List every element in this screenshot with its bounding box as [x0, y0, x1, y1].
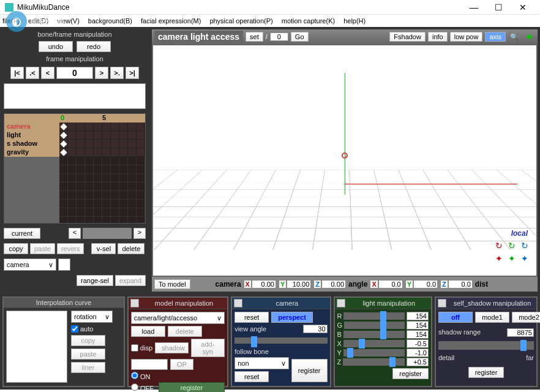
delete-button[interactable]: delete [118, 243, 144, 254]
set-number-input[interactable]: 0 [270, 32, 288, 41]
next-frame-button[interactable]: > [95, 67, 108, 79]
interp-mode-select[interactable]: rotation ∨ [71, 311, 113, 323]
light-R-slider[interactable] [343, 312, 405, 320]
track-label[interactable]: light [4, 131, 59, 140]
first-frame-button[interactable]: |< [10, 67, 24, 79]
light-Z-slider[interactable] [343, 358, 405, 366]
scene-view[interactable]: local ↻ ↻ ↻ ✦ ✦ ✦ [152, 44, 538, 277]
light-B-slider[interactable] [343, 331, 405, 338]
light-register-button[interactable]: register [392, 368, 429, 379]
frame-number-input[interactable]: 0 [56, 67, 93, 79]
light-Z-value[interactable]: +0.5 [407, 358, 429, 366]
view-angle-value[interactable]: 30 [303, 325, 328, 333]
pos-z-value[interactable]: 0.00 [321, 280, 346, 288]
maximize-button[interactable]: ☐ [486, 1, 511, 14]
shadow-mode2-button[interactable]: mode2 [512, 312, 540, 323]
move-icon[interactable]: ✥ [523, 31, 535, 43]
model-register-button[interactable]: register [159, 382, 225, 392]
timeline-scrollbar[interactable] [83, 228, 132, 239]
camera-register-button[interactable]: register [291, 359, 328, 382]
undo-button[interactable]: undo [39, 41, 73, 52]
light-R-value[interactable]: 154 [407, 312, 429, 320]
load-button[interactable]: load [131, 326, 165, 337]
close-button[interactable]: ✕ [511, 1, 535, 14]
next-key-button[interactable]: >. [110, 67, 124, 79]
copy-button[interactable]: copy [4, 243, 28, 254]
ang-x-value[interactable]: 0.0 [378, 280, 403, 288]
gizmo-rot-z[interactable]: ↻ [519, 240, 530, 251]
ang-y-value[interactable]: 0.0 [413, 280, 438, 288]
shadow-button[interactable]: shadow [155, 342, 189, 353]
menu-background[interactable]: background(B) [88, 17, 132, 24]
shadow-range-slider[interactable] [438, 341, 534, 350]
reverse-button[interactable]: revers [57, 243, 84, 254]
menu-edit[interactable]: edit(D) [28, 17, 48, 24]
pos-y-value[interactable]: 10.00 [287, 280, 311, 288]
shadow-mode1-button[interactable]: mode1 [475, 312, 509, 323]
vsel-button[interactable]: v-sel [91, 243, 116, 254]
lowpow-button[interactable]: low pow [450, 32, 483, 42]
menu-mocap[interactable]: motion capture(K) [282, 17, 335, 24]
light-G-value[interactable]: 154 [407, 321, 429, 330]
target-select[interactable]: camera ∨ [4, 258, 56, 271]
light-Y-value[interactable]: -1.0 [407, 349, 429, 357]
light-G-slider[interactable] [344, 322, 405, 329]
menu-file[interactable]: file(F) [2, 17, 20, 24]
follow-bone-select[interactable]: non ∨ [234, 357, 289, 369]
gizmo-move-y[interactable]: ✦ [506, 253, 517, 264]
off-radio[interactable]: OFF [131, 383, 154, 392]
interp-copy-button[interactable]: copy [71, 335, 105, 346]
light-X-slider[interactable] [343, 340, 405, 347]
interp-curve-canvas[interactable] [6, 311, 67, 383]
shadow-off-button[interactable]: off [438, 312, 473, 323]
interp-paste-button[interactable]: paste [71, 349, 105, 360]
redo-button[interactable]: redo [77, 41, 111, 52]
ang-z-value[interactable]: 0.0 [448, 280, 473, 288]
menu-physical[interactable]: physical operation(P) [209, 17, 272, 24]
track-label[interactable]: gravity [4, 148, 59, 157]
model-select[interactable]: camera/light/accesso ∨ [131, 312, 225, 324]
light-X-value[interactable]: -0.5 [407, 339, 429, 348]
info-button[interactable]: info [428, 32, 448, 42]
track-label[interactable]: s shadow [4, 140, 59, 148]
auto-checkbox[interactable]: auto [71, 325, 93, 333]
timeline[interactable]: 0 5 cameralights shadowgravity [4, 113, 146, 224]
view-angle-slider[interactable] [234, 337, 327, 344]
light-Y-slider[interactable] [343, 349, 405, 356]
edge-input[interactable] [131, 359, 168, 370]
menu-help[interactable]: help(H) [343, 17, 366, 24]
paste-button[interactable]: paste [30, 243, 55, 254]
timeline-scroll-left[interactable]: < [69, 228, 81, 239]
search-icon[interactable]: 🔍 [508, 31, 520, 43]
prev-frame-button[interactable]: < [41, 67, 54, 79]
gizmo-rot-x[interactable]: ↻ [493, 240, 504, 251]
menu-view[interactable]: view(V) [57, 17, 80, 24]
fshadow-button[interactable]: Fshadow [389, 32, 426, 42]
axis-button[interactable]: axis [485, 32, 506, 42]
gizmo-rot-y[interactable]: ↻ [506, 240, 517, 251]
shadow-register-button[interactable]: register [468, 367, 504, 378]
minimize-button[interactable]: — [462, 1, 486, 14]
prev-key-button[interactable]: .< [26, 67, 39, 79]
op-button[interactable]: OP [170, 359, 193, 370]
frame-text-area[interactable] [4, 83, 146, 109]
track-label[interactable]: camera [4, 123, 59, 131]
timeline-scroll-right[interactable]: > [133, 228, 146, 239]
menu-facial[interactable]: facial expression(M) [141, 17, 201, 24]
range-sel-button[interactable]: range-sel [77, 275, 113, 286]
go-button[interactable]: Go [291, 32, 309, 42]
disp-checkbox[interactable]: disp [131, 344, 152, 352]
light-B-value[interactable]: 154 [407, 330, 429, 339]
expand-button[interactable]: expand [115, 275, 146, 286]
on-radio[interactable]: ON [131, 372, 151, 380]
model-delete-button[interactable]: delete [168, 326, 202, 337]
pos-x-value[interactable]: 0.00 [252, 280, 276, 288]
gizmo-move-z[interactable]: ✦ [519, 253, 530, 264]
shadow-range-value[interactable]: 8875 [507, 328, 534, 337]
model-collapse-icon[interactable]: - [130, 299, 139, 307]
shadow-collapse-icon[interactable]: - [438, 299, 446, 307]
last-frame-button[interactable]: >| [126, 67, 139, 79]
color-swatch[interactable] [58, 258, 70, 271]
camera-reset-button[interactable]: reset [234, 312, 269, 323]
to-model-button[interactable]: To model [154, 279, 190, 289]
